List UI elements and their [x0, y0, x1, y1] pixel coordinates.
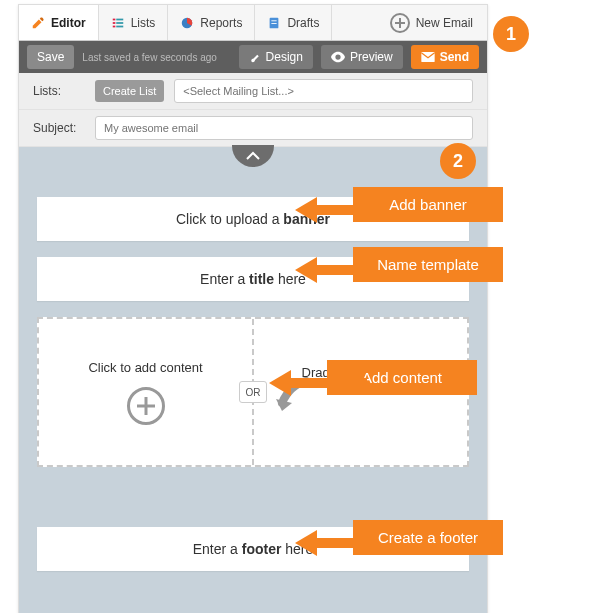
envelope-icon	[421, 52, 435, 62]
preview-label: Preview	[350, 50, 393, 64]
last-saved-text: Last saved a few seconds ago	[82, 52, 217, 63]
design-label: Design	[266, 50, 303, 64]
tab-reports-label: Reports	[200, 16, 242, 30]
tab-editor-label: Editor	[51, 16, 86, 30]
tab-lists[interactable]: Lists	[99, 5, 169, 40]
piechart-icon	[180, 16, 194, 30]
send-label: Send	[440, 50, 469, 64]
svg-rect-4	[112, 25, 115, 27]
action-bar: Save Last saved a few seconds ago Design…	[19, 41, 487, 73]
chevron-up-icon	[245, 151, 261, 161]
callout-banner: Add banner	[295, 187, 503, 222]
preview-button[interactable]: Preview	[321, 45, 403, 69]
callout-title-label: Name template	[353, 247, 503, 282]
svg-rect-3	[116, 22, 123, 24]
footer-text-prefix: Enter a	[193, 541, 242, 557]
document-icon	[267, 16, 281, 30]
banner-text-prefix: Click to upload a	[176, 211, 283, 227]
step-badge-2: 2	[440, 143, 476, 179]
or-badge: OR	[239, 381, 267, 403]
new-email-label: New Email	[416, 16, 473, 30]
save-button[interactable]: Save	[27, 45, 74, 69]
callout-banner-label: Add banner	[353, 187, 503, 222]
step-badge-1: 1	[493, 16, 529, 52]
svg-rect-14	[317, 538, 367, 548]
svg-rect-2	[112, 22, 115, 24]
lists-label: Lists:	[33, 84, 85, 98]
mailing-list-select[interactable]	[174, 79, 473, 103]
callout-footer: Create a footer	[295, 520, 503, 555]
svg-rect-12	[317, 265, 367, 275]
collapse-handle[interactable]	[232, 145, 274, 167]
lists-row: Lists: Create List	[19, 73, 487, 110]
svg-rect-5	[116, 25, 123, 27]
subject-input[interactable]	[95, 116, 473, 140]
svg-rect-13	[291, 378, 367, 388]
arrow-left-icon	[295, 255, 353, 275]
add-content-area[interactable]: Click to add content	[39, 319, 252, 465]
tab-editor[interactable]: Editor	[19, 5, 99, 40]
brush-icon	[249, 51, 261, 63]
svg-rect-11	[317, 205, 367, 215]
eye-icon	[331, 51, 345, 63]
list-icon	[111, 16, 125, 30]
callout-content: Add content	[269, 360, 477, 395]
arrow-left-icon	[295, 195, 353, 215]
callout-footer-label: Create a footer	[353, 520, 503, 555]
svg-rect-0	[112, 18, 115, 20]
svg-rect-1	[116, 18, 123, 20]
add-content-text: Click to add content	[88, 360, 202, 375]
svg-rect-10	[421, 52, 434, 62]
svg-rect-8	[272, 20, 277, 21]
plus-circle-icon	[390, 13, 410, 33]
title-text-prefix: Enter a	[200, 271, 249, 287]
footer-text-bold: footer	[242, 541, 282, 557]
arrow-left-icon	[295, 528, 353, 548]
top-tabbar: Editor Lists Reports Drafts New Email	[19, 5, 487, 41]
tab-drafts[interactable]: Drafts	[255, 5, 332, 40]
design-button[interactable]: Design	[239, 45, 313, 69]
add-circle-icon	[127, 387, 165, 425]
create-list-button[interactable]: Create List	[95, 80, 164, 102]
svg-rect-9	[272, 23, 277, 24]
callout-title: Name template	[295, 247, 503, 282]
tab-lists-label: Lists	[131, 16, 156, 30]
arrow-left-icon	[269, 368, 327, 388]
new-email-button[interactable]: New Email	[376, 5, 487, 40]
subject-row: Subject:	[19, 110, 487, 147]
title-text-bold: title	[249, 271, 274, 287]
pencil-icon	[31, 16, 45, 30]
subject-label: Subject:	[33, 121, 85, 135]
send-button[interactable]: Send	[411, 45, 479, 69]
tab-drafts-label: Drafts	[287, 16, 319, 30]
tab-reports[interactable]: Reports	[168, 5, 255, 40]
